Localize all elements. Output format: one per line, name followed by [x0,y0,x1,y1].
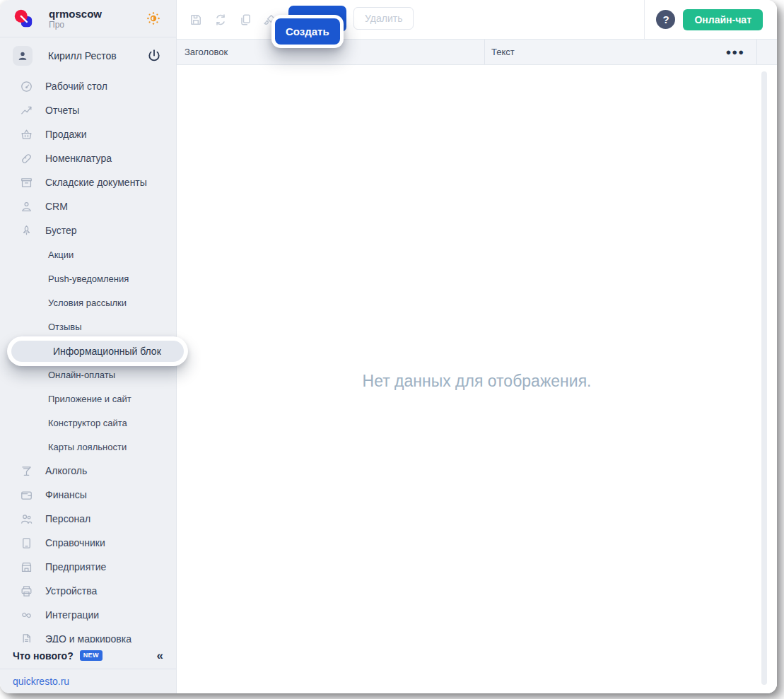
storefront-icon [20,560,33,574]
sidebar-item-crm[interactable]: CRM [0,194,176,218]
sidebar-item-label: Бустер [45,225,77,236]
sidebar-item-label: Карты лояльности [48,442,127,452]
sidebar-item-label: Устройства [45,585,97,597]
sidebar-item-edo-marking[interactable]: ЭДО и маркировка [0,627,176,642]
logout-power-icon[interactable] [146,48,162,64]
booster-rocket-icon [20,224,33,237]
sidebar-item-enterprise[interactable]: Предприятие [0,555,176,579]
sidebar-item-label: ЭДО и маркировка [45,633,131,642]
wallet-icon [20,488,33,502]
user-name: Кирилл Рестов [48,50,146,61]
sidebar-item-staff[interactable]: Персонал [0,507,176,531]
new-badge: NEW [80,650,103,661]
table-content: Нет данных для отображения. [177,66,777,693]
sidebar-item-dashboard[interactable]: Рабочий стол [0,74,176,98]
document-icon [20,633,33,643]
column-label: Текст [491,47,515,57]
sidebar-item-label: CRM [45,201,68,212]
sidebar-item-label: Персонал [45,513,90,524]
people-icon [20,512,33,526]
sidebar-item-label: Конструктор сайта [48,418,127,428]
sidebar-item-reports[interactable]: Отчеты [0,98,176,122]
toolbar-right: ? Онлайн-чат [644,0,777,39]
whats-new-row: Что нового? NEW « [0,642,176,669]
whats-new-link[interactable]: Что нового? [13,650,74,662]
sidebar-item-label: Информационный блок [11,341,184,362]
archive-box-icon [20,176,33,189]
sidebar-item-site-builder[interactable]: Конструктор сайта [0,411,176,435]
toolbar: Создать Удалить ? Онлайн-чат [177,0,777,39]
sidebar-item-online-payments[interactable]: Онлайн-оплаты [0,363,176,387]
sidebar-item-promotions[interactable]: Акции [0,242,176,266]
delete-button[interactable]: Удалить [353,7,414,30]
sidebar-item-devices[interactable]: Устройства [0,579,176,603]
sidebar-item-directories[interactable]: Справочники [0,531,176,555]
online-chat-button[interactable]: Онлайн-чат [683,9,763,30]
sidebar-item-label: Интеграции [45,609,99,621]
table-header: Заголовок Текст ●●● [177,39,777,65]
sidebar-item-reviews[interactable]: Отзывы [0,315,176,339]
sidebar-item-label: Складские документы [45,177,147,188]
sidebar-item-label: Рабочий стол [45,81,107,92]
quick-resto-logo-icon [13,8,33,29]
tag-icon [20,152,33,165]
sidebar-item-label: Акции [48,249,74,260]
sidebar-item-label: Отзывы [48,322,82,332]
toolbar-icons [189,13,277,27]
sidebar-item-label: Предприятие [45,561,106,572]
table-header-gutter [756,40,777,64]
copy-icon[interactable] [238,13,252,27]
table-options-icon[interactable]: ●●● [725,47,744,57]
basket-icon [20,128,33,141]
column-header-text[interactable]: Текст ●●● [485,40,756,64]
sidebar-item-label: Номенклатура [45,153,112,164]
main-area: Создать Удалить ? Онлайн-чат Заголовок Т… [177,0,777,693]
app-window: qrmoscow Про [0,0,777,693]
sidebar-item-label: Приложение и сайт [48,394,131,404]
sidebar-item-label: Условия рассылки [48,298,127,308]
empty-state-message: Нет данных для отображения. [177,372,777,391]
collapse-sidebar-icon[interactable]: « [157,650,163,662]
theme-sun-icon[interactable] [145,10,162,27]
martini-glass-icon [20,464,33,478]
sidebar-item-push-notifications[interactable]: Push-уведомления [0,266,176,290]
sidebar-item-integrations[interactable]: Интеграции [0,603,176,627]
user-row[interactable]: Кирилл Рестов [0,37,176,74]
sidebar-item-label: Алкоголь [45,465,87,476]
brand-name: qrmoscow [49,8,145,20]
quickresto-site-link[interactable]: quickresto.ru [13,676,69,687]
sidebar-item-label: Продажи [45,129,86,140]
sidebar-header: qrmoscow Про [0,0,176,37]
site-row: quickresto.ru [0,669,176,693]
dashboard-icon [20,80,33,93]
highlighted-create-button-wrapper: Создать [271,15,344,48]
refresh-icon[interactable] [213,13,228,27]
brand-plan-label: Про [49,20,145,30]
sidebar-item-app-and-site[interactable]: Приложение и сайт [0,387,176,411]
sidebar-item-alcohol[interactable]: Алкоголь [0,459,176,483]
sidebar-item-sales[interactable]: Продажи [0,122,176,146]
sidebar-item-nomenclature[interactable]: Номенклатура [0,146,176,170]
help-icon[interactable]: ? [656,10,675,29]
infinity-icon [20,609,33,622]
save-icon[interactable] [189,13,203,27]
sidebar-item-label: Push-уведомления [48,274,129,284]
sidebar-item-mailing-conditions[interactable]: Условия рассылки [0,290,176,315]
sidebar-item-label: Отчеты [45,105,79,116]
tablet-icon [20,536,33,550]
crm-person-icon [20,200,33,213]
column-label: Заголовок [185,47,228,57]
sidebar-item-loyalty-cards[interactable]: Карты лояльности [0,435,176,459]
sidebar-item-finance[interactable]: Финансы [0,483,176,507]
sidebar-item-warehouse-documents[interactable]: Складские документы [0,170,176,194]
brand-block: qrmoscow Про [49,8,145,30]
sidebar-item-booster[interactable]: Бустер [0,218,176,242]
create-button[interactable]: Создать [275,18,340,45]
sidebar-item-label: Финансы [45,489,87,500]
sidebar-footer: Что нового? NEW « quickresto.ru [0,642,176,693]
highlighted-sidebar-item-info-block[interactable]: Информационный блок [7,336,188,366]
vertical-scrollbar[interactable] [761,71,767,685]
reports-chart-icon [20,104,33,117]
printer-icon [20,585,33,598]
user-avatar-icon [13,46,33,66]
